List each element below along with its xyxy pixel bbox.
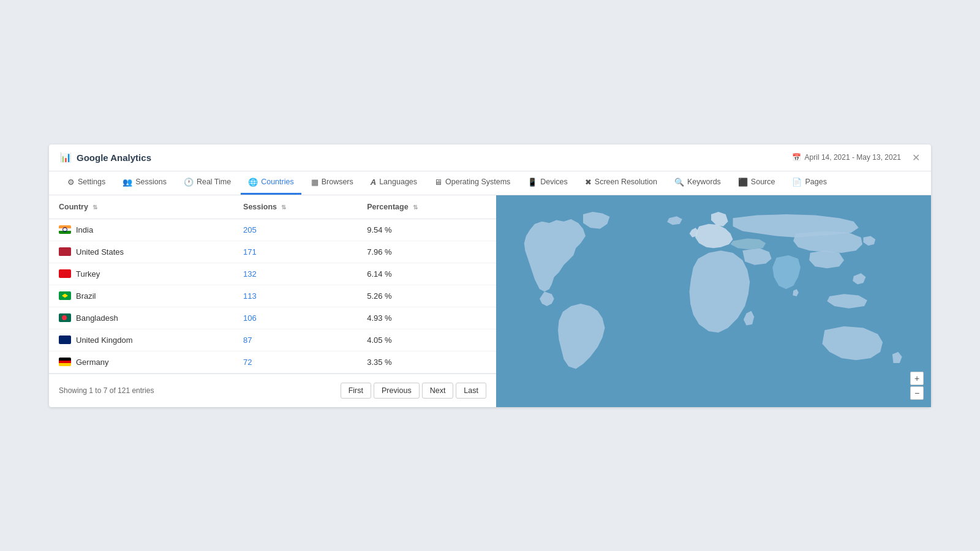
percentage-cell: 3.35 % bbox=[357, 351, 496, 373]
tab-realtime[interactable]: 🕐 Real Time bbox=[176, 171, 238, 195]
flag-br bbox=[59, 291, 71, 300]
percentage-cell: 9.54 % bbox=[357, 219, 496, 241]
sessions-cell: 113 bbox=[233, 285, 357, 307]
pagination-buttons: First Previous Next Last bbox=[341, 383, 486, 399]
tab-languages-label: Languages bbox=[379, 178, 417, 186]
sort-percentage-icon: ⇅ bbox=[413, 204, 418, 211]
country-cell: United Kingdom bbox=[49, 329, 233, 351]
country-cell: India bbox=[49, 219, 233, 241]
tab-browsers-label: Browsers bbox=[322, 178, 353, 186]
tab-source[interactable]: ⬛ Source bbox=[731, 171, 783, 195]
tab-devices-label: Devices bbox=[540, 178, 567, 186]
flag-us bbox=[59, 247, 71, 256]
percentage-cell: 4.05 % bbox=[357, 329, 496, 351]
tab-pages-label: Pages bbox=[805, 178, 826, 186]
table-row: Turkey1326.14 % bbox=[49, 263, 496, 285]
flag-in bbox=[59, 225, 71, 234]
country-name: Brazil bbox=[76, 291, 96, 301]
country-name: Germany bbox=[76, 358, 108, 367]
last-button[interactable]: Last bbox=[456, 383, 486, 399]
source-icon: ⬛ bbox=[738, 178, 748, 187]
tab-os[interactable]: 🖥 Operating Systems bbox=[427, 171, 518, 195]
country-name: Bangladesh bbox=[76, 313, 118, 323]
widget-header: 📊 Google Analytics 📅 April 14, 2021 - Ma… bbox=[49, 144, 931, 171]
realtime-icon: 🕐 bbox=[184, 178, 194, 187]
percentage-cell: 6.14 % bbox=[357, 263, 496, 285]
col-country[interactable]: Country ⇅ bbox=[49, 195, 233, 219]
sessions-cell: 205 bbox=[233, 219, 357, 241]
tab-screen[interactable]: ✖ Screen Resolution bbox=[578, 171, 665, 195]
map-section: + − bbox=[496, 195, 931, 407]
sort-country-icon: ⇅ bbox=[92, 204, 97, 211]
keywords-icon: 🔍 bbox=[674, 178, 684, 187]
tab-sessions[interactable]: 👥 Sessions bbox=[115, 171, 174, 195]
percentage-cell: 7.96 % bbox=[357, 241, 496, 263]
tab-realtime-label: Real Time bbox=[197, 178, 231, 186]
os-icon: 🖥 bbox=[434, 178, 442, 187]
settings-icon: ⚙ bbox=[67, 178, 75, 187]
tab-browsers[interactable]: ▦ Browsers bbox=[304, 171, 361, 195]
world-map bbox=[496, 195, 931, 407]
widget-title-text: Google Analytics bbox=[77, 152, 151, 163]
countries-table: Country ⇅ Sessions ⇅ Percentage ⇅ India2… bbox=[49, 195, 496, 373]
percentage-cell: 5.26 % bbox=[357, 285, 496, 307]
tab-devices[interactable]: 📱 Devices bbox=[520, 171, 575, 195]
tab-os-label: Operating Systems bbox=[445, 178, 510, 186]
pages-icon: 📄 bbox=[792, 178, 802, 187]
col-percentage[interactable]: Percentage ⇅ bbox=[357, 195, 496, 219]
country-name: United States bbox=[76, 247, 124, 257]
countries-icon: 🌐 bbox=[248, 178, 258, 187]
tab-settings-label: Settings bbox=[78, 178, 105, 186]
country-cell: United States bbox=[49, 241, 233, 263]
calendar-icon: 📅 bbox=[792, 153, 801, 162]
main-content: Country ⇅ Sessions ⇅ Percentage ⇅ India2… bbox=[49, 195, 931, 407]
country-cell: Brazil bbox=[49, 285, 233, 307]
tab-languages[interactable]: A Languages bbox=[363, 171, 424, 195]
next-button[interactable]: Next bbox=[422, 383, 454, 399]
pagination-row: Showing 1 to 7 of 121 entries First Prev… bbox=[49, 373, 496, 407]
sort-sessions-icon: ⇅ bbox=[281, 204, 286, 211]
flag-tr bbox=[59, 269, 71, 278]
pagination-info: Showing 1 to 7 of 121 entries bbox=[59, 386, 154, 395]
country-name: India bbox=[76, 225, 93, 234]
sessions-cell: 72 bbox=[233, 351, 357, 373]
country-name: United Kingdom bbox=[76, 335, 133, 345]
sessions-icon: 👥 bbox=[123, 178, 132, 187]
date-range: 📅 April 14, 2021 - May 13, 2021 bbox=[792, 153, 901, 162]
tab-keywords[interactable]: 🔍 Keywords bbox=[667, 171, 728, 195]
sessions-cell: 87 bbox=[233, 329, 357, 351]
col-sessions[interactable]: Sessions ⇅ bbox=[233, 195, 357, 219]
table-row: Germany723.35 % bbox=[49, 351, 496, 373]
flag-gb bbox=[59, 335, 71, 344]
flag-de bbox=[59, 358, 71, 366]
screen-icon: ✖ bbox=[585, 178, 592, 187]
close-button[interactable]: ✕ bbox=[912, 152, 920, 163]
table-row: United Kingdom874.05 % bbox=[49, 329, 496, 351]
tab-screen-label: Screen Resolution bbox=[595, 178, 657, 186]
flag-bd bbox=[59, 313, 71, 322]
sessions-cell: 106 bbox=[233, 307, 357, 329]
country-cell: Bangladesh bbox=[49, 307, 233, 329]
table-row: Brazil1135.26 % bbox=[49, 285, 496, 307]
devices-icon: 📱 bbox=[527, 178, 537, 187]
zoom-out-button[interactable]: − bbox=[910, 386, 924, 400]
analytics-icon: 📊 bbox=[60, 152, 72, 163]
table-row: United States1717.96 % bbox=[49, 241, 496, 263]
table-row: India2059.54 % bbox=[49, 219, 496, 241]
zoom-in-button[interactable]: + bbox=[910, 372, 924, 385]
country-cell: Germany bbox=[49, 351, 233, 373]
tab-pages[interactable]: 📄 Pages bbox=[785, 171, 834, 195]
tab-settings[interactable]: ⚙ Settings bbox=[60, 171, 113, 195]
tab-keywords-label: Keywords bbox=[687, 178, 721, 186]
languages-icon: A bbox=[371, 178, 376, 187]
widget-title: 📊 Google Analytics bbox=[60, 152, 151, 163]
tab-source-label: Source bbox=[751, 178, 775, 186]
tab-countries[interactable]: 🌐 Countries bbox=[241, 171, 301, 195]
first-button[interactable]: First bbox=[341, 383, 371, 399]
tab-countries-label: Countries bbox=[261, 178, 294, 186]
table-section: Country ⇅ Sessions ⇅ Percentage ⇅ India2… bbox=[49, 195, 496, 407]
table-row: Bangladesh1064.93 % bbox=[49, 307, 496, 329]
previous-button[interactable]: Previous bbox=[374, 383, 420, 399]
map-controls: + − bbox=[910, 372, 924, 400]
sessions-cell: 132 bbox=[233, 263, 357, 285]
